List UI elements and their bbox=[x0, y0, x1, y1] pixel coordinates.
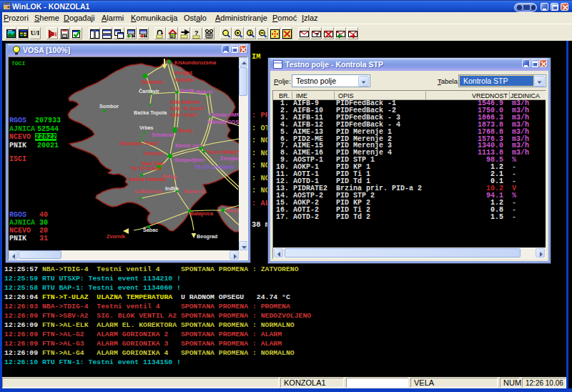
svg-text:Gospodjinci: Gospodjinci bbox=[174, 157, 204, 163]
svg-text:Subotica: Subotica bbox=[142, 79, 164, 85]
svg-text:Vrbas: Vrbas bbox=[139, 124, 154, 131]
svg-text:Kiskundorozsma: Kiskundorozsma bbox=[174, 59, 217, 66]
svg-text:Elemir cvor: Elemir cvor bbox=[175, 142, 203, 149]
svg-text:"Suvo Mihalj": "Suvo Mihalj" bbox=[206, 149, 239, 155]
svg-text:Pančevo: Pančevo bbox=[227, 207, 239, 214]
svg-text:Senta: Senta bbox=[180, 87, 195, 94]
svg-text:Čantavir: Čantavir bbox=[139, 88, 159, 94]
svg-text:Ads "H.Josuf": Ads "H.Josuf" bbox=[170, 105, 205, 112]
svg-text:Temerin: Temerin bbox=[143, 150, 162, 157]
svg-text:Bečej: Bečej bbox=[179, 127, 192, 134]
svg-text:Kanjiža: Kanjiža bbox=[175, 77, 194, 83]
svg-text:Šabac: Šabac bbox=[143, 227, 158, 233]
svg-text:?: ? bbox=[194, 29, 199, 36]
svg-text:S.Mitrovica: S.Mitrovica bbox=[134, 188, 162, 195]
svg-text:TE-TO N.Sad: TE-TO N.Sad bbox=[130, 165, 162, 172]
svg-text:Srbobran: Srbobran bbox=[152, 132, 174, 138]
svg-text:Banovci: Banovci bbox=[184, 188, 204, 195]
svg-text:Ads "Grad": Ads "Grad" bbox=[170, 112, 198, 118]
svg-text:TE-TO Zrenjanin: TE-TO Zrenjanin bbox=[194, 164, 235, 170]
svg-text:Kikinda OGS: Kikinda OGS bbox=[207, 119, 239, 125]
svg-text:Beograd: Beograd bbox=[197, 233, 217, 240]
svg-text:Bačka Topola: Bačka Topola bbox=[134, 109, 167, 116]
svg-text:Batajnica: Batajnica bbox=[190, 210, 214, 217]
svg-text:Mokrin: Mokrin bbox=[196, 89, 213, 95]
svg-text:Srbobran "Elan": Srbobran "Elan" bbox=[119, 140, 159, 147]
svg-text:Inđija: Inđija bbox=[165, 185, 179, 192]
svg-text:Horgoš: Horgoš bbox=[174, 69, 192, 76]
svg-text:1: 1 bbox=[249, 30, 252, 36]
svg-text:?: ? bbox=[315, 31, 320, 39]
svg-text:Zvornik: Zvornik bbox=[107, 233, 125, 240]
svg-text:Sombor: Sombor bbox=[99, 103, 119, 109]
svg-text:Zrenjanin G: Zrenjanin G bbox=[220, 155, 239, 162]
svg-text:Kikinda GMRS: Kikinda GMRS bbox=[208, 112, 239, 118]
svg-text:Ads Sabirno: Ads Sabirno bbox=[170, 99, 201, 105]
svg-text:Bačka Palanka: Bačka Palanka bbox=[129, 176, 166, 182]
